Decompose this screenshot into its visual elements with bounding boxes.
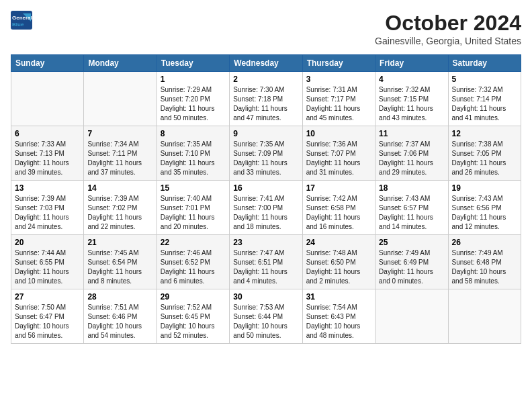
day-number: 16 xyxy=(233,183,298,193)
calendar-cell: 17Sunrise: 7:42 AMSunset: 6:58 PMDayligh… xyxy=(302,181,375,235)
day-info: Sunrise: 7:29 AMSunset: 7:20 PMDaylight:… xyxy=(161,85,226,123)
day-info: Sunrise: 7:53 AMSunset: 6:44 PMDaylight:… xyxy=(233,303,298,340)
col-monday: Monday xyxy=(84,55,157,72)
col-wednesday: Wednesday xyxy=(230,55,302,72)
page-header: General Blue October 2024 Gainesville, G… xyxy=(11,11,521,46)
calendar-cell: 2Sunrise: 7:30 AMSunset: 7:18 PMDaylight… xyxy=(230,72,302,126)
calendar-cell: 13Sunrise: 7:39 AMSunset: 7:03 PMDayligh… xyxy=(11,181,84,235)
day-number: 31 xyxy=(306,292,371,302)
calendar-cell: 3Sunrise: 7:31 AMSunset: 7:17 PMDaylight… xyxy=(302,72,375,126)
calendar-cell xyxy=(375,289,448,344)
calendar-cell: 8Sunrise: 7:35 AMSunset: 7:10 PMDaylight… xyxy=(157,126,229,181)
day-info: Sunrise: 7:32 AMSunset: 7:14 PMDaylight:… xyxy=(452,85,517,123)
calendar-cell: 5Sunrise: 7:32 AMSunset: 7:14 PMDaylight… xyxy=(448,72,521,126)
col-friday: Friday xyxy=(375,55,448,72)
day-number: 2 xyxy=(233,75,298,84)
day-number: 14 xyxy=(87,183,152,193)
calendar-cell xyxy=(448,289,521,344)
day-info: Sunrise: 7:50 AMSunset: 6:47 PMDaylight:… xyxy=(15,303,80,340)
calendar-cell: 1Sunrise: 7:29 AMSunset: 7:20 PMDaylight… xyxy=(157,72,229,126)
day-number: 4 xyxy=(379,75,444,84)
calendar-week-row: 1Sunrise: 7:29 AMSunset: 7:20 PMDaylight… xyxy=(11,72,521,126)
calendar-cell: 9Sunrise: 7:35 AMSunset: 7:09 PMDaylight… xyxy=(230,126,302,181)
day-number: 8 xyxy=(161,129,226,138)
calendar-cell: 31Sunrise: 7:54 AMSunset: 6:43 PMDayligh… xyxy=(302,289,375,344)
calendar-week-row: 13Sunrise: 7:39 AMSunset: 7:03 PMDayligh… xyxy=(11,181,521,235)
svg-text:Blue: Blue xyxy=(12,21,24,28)
calendar-cell: 24Sunrise: 7:48 AMSunset: 6:50 PMDayligh… xyxy=(302,235,375,289)
day-number: 21 xyxy=(87,238,152,247)
calendar-cell: 26Sunrise: 7:49 AMSunset: 6:48 PMDayligh… xyxy=(448,235,521,289)
col-thursday: Thursday xyxy=(302,55,375,72)
calendar-cell: 25Sunrise: 7:49 AMSunset: 6:49 PMDayligh… xyxy=(375,235,448,289)
calendar-cell: 28Sunrise: 7:51 AMSunset: 6:46 PMDayligh… xyxy=(84,289,157,344)
calendar-week-row: 6Sunrise: 7:33 AMSunset: 7:13 PMDaylight… xyxy=(11,126,521,181)
day-number: 28 xyxy=(87,292,152,302)
calendar-cell: 27Sunrise: 7:50 AMSunset: 6:47 PMDayligh… xyxy=(11,289,84,344)
title-block: October 2024 Gainesville, Georgia, Unite… xyxy=(375,11,521,46)
day-info: Sunrise: 7:31 AMSunset: 7:17 PMDaylight:… xyxy=(306,85,371,123)
logo: General Blue xyxy=(11,11,35,30)
day-info: Sunrise: 7:43 AMSunset: 6:56 PMDaylight:… xyxy=(452,194,517,232)
calendar-cell: 19Sunrise: 7:43 AMSunset: 6:56 PMDayligh… xyxy=(448,181,521,235)
day-info: Sunrise: 7:40 AMSunset: 7:01 PMDaylight:… xyxy=(161,194,226,232)
day-info: Sunrise: 7:43 AMSunset: 6:57 PMDaylight:… xyxy=(379,194,444,232)
calendar-cell: 14Sunrise: 7:39 AMSunset: 7:02 PMDayligh… xyxy=(84,181,157,235)
day-info: Sunrise: 7:49 AMSunset: 6:48 PMDaylight:… xyxy=(452,248,517,286)
calendar-cell: 12Sunrise: 7:38 AMSunset: 7:05 PMDayligh… xyxy=(448,126,521,181)
calendar-table: Sunday Monday Tuesday Wednesday Thursday… xyxy=(11,54,521,344)
day-info: Sunrise: 7:32 AMSunset: 7:15 PMDaylight:… xyxy=(379,85,444,123)
col-sunday: Sunday xyxy=(11,55,84,72)
day-number: 27 xyxy=(15,292,80,302)
calendar-week-row: 20Sunrise: 7:44 AMSunset: 6:55 PMDayligh… xyxy=(11,235,521,289)
calendar-cell: 21Sunrise: 7:45 AMSunset: 6:54 PMDayligh… xyxy=(84,235,157,289)
day-info: Sunrise: 7:49 AMSunset: 6:49 PMDaylight:… xyxy=(379,248,444,286)
day-number: 1 xyxy=(161,75,226,84)
day-info: Sunrise: 7:48 AMSunset: 6:50 PMDaylight:… xyxy=(306,248,371,286)
day-info: Sunrise: 7:36 AMSunset: 7:07 PMDaylight:… xyxy=(306,140,371,177)
calendar-cell: 6Sunrise: 7:33 AMSunset: 7:13 PMDaylight… xyxy=(11,126,84,181)
day-number: 22 xyxy=(161,238,226,247)
col-saturday: Saturday xyxy=(448,55,521,72)
day-info: Sunrise: 7:33 AMSunset: 7:13 PMDaylight:… xyxy=(15,140,80,177)
calendar-cell: 22Sunrise: 7:46 AMSunset: 6:52 PMDayligh… xyxy=(157,235,229,289)
day-info: Sunrise: 7:39 AMSunset: 7:03 PMDaylight:… xyxy=(15,194,80,232)
calendar-cell: 15Sunrise: 7:40 AMSunset: 7:01 PMDayligh… xyxy=(157,181,229,235)
day-number: 7 xyxy=(87,129,152,138)
day-number: 6 xyxy=(15,129,80,138)
calendar-cell: 18Sunrise: 7:43 AMSunset: 6:57 PMDayligh… xyxy=(375,181,448,235)
day-number: 11 xyxy=(379,129,444,138)
day-info: Sunrise: 7:44 AMSunset: 6:55 PMDaylight:… xyxy=(15,248,80,286)
day-info: Sunrise: 7:51 AMSunset: 6:46 PMDaylight:… xyxy=(87,303,152,340)
day-info: Sunrise: 7:47 AMSunset: 6:51 PMDaylight:… xyxy=(233,248,298,286)
calendar-cell: 7Sunrise: 7:34 AMSunset: 7:11 PMDaylight… xyxy=(84,126,157,181)
day-number: 5 xyxy=(452,75,517,84)
day-info: Sunrise: 7:38 AMSunset: 7:05 PMDaylight:… xyxy=(452,140,517,177)
calendar-week-row: 27Sunrise: 7:50 AMSunset: 6:47 PMDayligh… xyxy=(11,289,521,344)
calendar-cell: 20Sunrise: 7:44 AMSunset: 6:55 PMDayligh… xyxy=(11,235,84,289)
day-number: 25 xyxy=(379,238,444,247)
day-number: 3 xyxy=(306,75,371,84)
day-number: 29 xyxy=(161,292,226,302)
day-info: Sunrise: 7:52 AMSunset: 6:45 PMDaylight:… xyxy=(161,303,226,340)
day-number: 23 xyxy=(233,238,298,247)
col-tuesday: Tuesday xyxy=(157,55,229,72)
calendar-cell xyxy=(11,72,84,126)
day-number: 12 xyxy=(452,129,517,138)
logo-icon: General Blue xyxy=(11,11,32,30)
day-info: Sunrise: 7:30 AMSunset: 7:18 PMDaylight:… xyxy=(233,85,298,123)
calendar-cell: 4Sunrise: 7:32 AMSunset: 7:15 PMDaylight… xyxy=(375,72,448,126)
calendar-cell: 29Sunrise: 7:52 AMSunset: 6:45 PMDayligh… xyxy=(157,289,229,344)
day-info: Sunrise: 7:42 AMSunset: 6:58 PMDaylight:… xyxy=(306,194,371,232)
day-info: Sunrise: 7:45 AMSunset: 6:54 PMDaylight:… xyxy=(87,248,152,286)
day-info: Sunrise: 7:35 AMSunset: 7:09 PMDaylight:… xyxy=(233,140,298,177)
day-info: Sunrise: 7:35 AMSunset: 7:10 PMDaylight:… xyxy=(161,140,226,177)
calendar-cell: 10Sunrise: 7:36 AMSunset: 7:07 PMDayligh… xyxy=(302,126,375,181)
day-number: 17 xyxy=(306,183,371,193)
day-number: 20 xyxy=(15,238,80,247)
day-number: 15 xyxy=(161,183,226,193)
day-info: Sunrise: 7:34 AMSunset: 7:11 PMDaylight:… xyxy=(87,140,152,177)
calendar-cell: 11Sunrise: 7:37 AMSunset: 7:06 PMDayligh… xyxy=(375,126,448,181)
day-number: 9 xyxy=(233,129,298,138)
calendar-cell: 23Sunrise: 7:47 AMSunset: 6:51 PMDayligh… xyxy=(230,235,302,289)
